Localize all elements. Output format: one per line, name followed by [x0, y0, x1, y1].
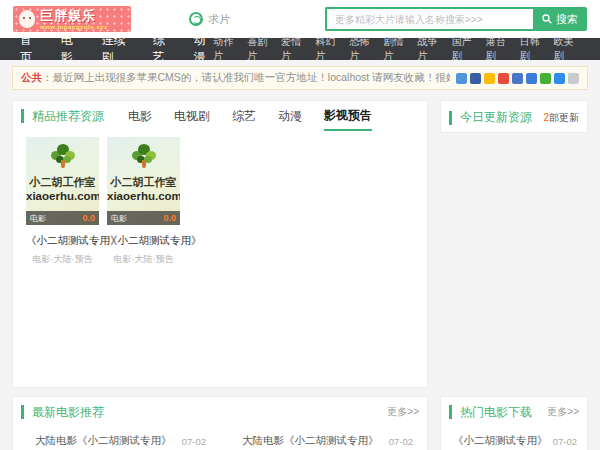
qqweibo-share-icon[interactable]: [554, 73, 565, 84]
tab-anime[interactable]: 动漫: [278, 101, 302, 131]
douban-share-icon[interactable]: [512, 73, 523, 84]
list-item: 大陆电影《小二胡测试专用》 07-02: [13, 431, 220, 450]
movie-link[interactable]: 大陆电影《小二胡测试专用》: [242, 434, 379, 448]
movie-card[interactable]: 小二胡工作室 xiaoerhu.com 电影 0.0 《小二胡测试专用》 电影·…: [26, 137, 99, 266]
update-count: 2部更新: [543, 111, 579, 125]
site-logo[interactable]: 巨胖娱乐 www.jupangyule.xyz: [13, 6, 131, 32]
logo-title: 巨胖娱乐: [40, 9, 107, 22]
poster-type-badge: 电影: [111, 213, 127, 224]
update-count-suffix: 部更新: [549, 112, 579, 123]
baidu-share-icon[interactable]: [456, 73, 467, 84]
search-icon: [542, 14, 552, 24]
latest-movies-title: 最新电影推荐: [32, 404, 104, 421]
movie-meta: 电影·大陆·预告: [26, 253, 99, 266]
nav-item-variety[interactable]: 综艺: [153, 32, 173, 66]
nav-item-jpkr-series[interactable]: 日韩剧: [520, 35, 546, 63]
search-bar: 搜索: [325, 7, 587, 31]
copy-share-icon[interactable]: [568, 73, 579, 84]
green-bar-icon: [449, 111, 452, 125]
poster-info-bar: 电影 0.0: [26, 211, 99, 225]
nav-item-war[interactable]: 战争片: [418, 35, 444, 63]
announcement-label: 公共: [21, 71, 42, 85]
announcement-text: ：最近网上出现很多苹果CMS的，请认准我们唯一官方地址！localhost 请网…: [42, 71, 450, 85]
weibo-share-icon[interactable]: [498, 73, 509, 84]
request-movie-icon: [189, 12, 203, 26]
qzone-share-icon[interactable]: [484, 73, 495, 84]
poster-studio-text: 小二胡工作室: [26, 175, 99, 190]
tab-variety[interactable]: 综艺: [232, 101, 256, 131]
share-buttons: [456, 73, 579, 84]
movie-meta: 电影·大陆·预告: [107, 253, 180, 266]
wechat-share-icon[interactable]: [540, 73, 551, 84]
nav-item-horror[interactable]: 恐怖片: [349, 35, 375, 63]
mascot-icon: [19, 10, 35, 28]
nav-item-home[interactable]: 首页: [20, 32, 40, 66]
green-bar-icon: [449, 405, 452, 419]
poster-domain-text: xiaoerhu.com: [107, 190, 180, 202]
nav-item-hktw-series[interactable]: 港台剧: [486, 35, 512, 63]
nav-item-western-series[interactable]: 欧美剧: [554, 35, 580, 63]
request-movie-label: 求片: [208, 12, 230, 27]
list-item: 大陆电影《小二胡测试专用》 07-02: [220, 431, 427, 450]
movie-date: 07-02: [389, 436, 413, 447]
nav-item-mainland-series[interactable]: 国产剧: [452, 35, 478, 63]
nav-item-movies[interactable]: 电影: [61, 32, 81, 66]
nav-item-scifi[interactable]: 科幻片: [315, 35, 341, 63]
tab-trailers[interactable]: 影视预告: [324, 101, 372, 131]
poster-score: 0.0: [163, 213, 176, 223]
recommend-panel-title: 精品推荐资源: [32, 108, 104, 125]
tab-tv[interactable]: 电视剧: [174, 101, 210, 131]
tree-graphic-icon: [50, 143, 76, 169]
hot-downloads-more-link[interactable]: 更多>>: [547, 405, 579, 419]
renren-share-icon[interactable]: [526, 73, 537, 84]
category-tabs: 电影 电视剧 综艺 动漫 影视预告: [128, 101, 372, 131]
movie-card[interactable]: 小二胡工作室 xiaoerhu.com 电影 0.0 《小二胡测试专用》 电影·…: [107, 137, 180, 266]
green-bar-icon: [21, 405, 24, 419]
nav-item-anime[interactable]: 动漫: [193, 32, 213, 66]
tab-movies[interactable]: 电影: [128, 101, 152, 131]
hot-downloads-title: 热门电影下载: [460, 404, 532, 421]
latest-movies-more-link[interactable]: 更多>>: [387, 405, 419, 419]
announcement-bar: 公共 ：最近网上出现很多苹果CMS的，请认准我们唯一官方地址！localhost…: [12, 66, 588, 90]
tree-graphic-icon: [131, 143, 157, 169]
movie-date: 07-02: [553, 436, 577, 447]
list-item: 《小二胡测试专用》 07-02: [441, 431, 587, 450]
nav-item-comedy[interactable]: 喜剧片: [247, 35, 273, 63]
nav-item-romance[interactable]: 爱情片: [281, 35, 307, 63]
nav-item-series[interactable]: 连续剧: [102, 32, 132, 66]
qq-share-icon[interactable]: [470, 73, 481, 84]
movie-poster: 小二胡工作室 xiaoerhu.com 电影 0.0: [26, 137, 99, 225]
movie-date: 07-02: [182, 436, 206, 447]
today-updates-panel: 今日更新资源 2部更新: [440, 100, 588, 133]
movie-card-grid: 小二胡工作室 xiaoerhu.com 电影 0.0 《小二胡测试专用》 电影·…: [13, 131, 427, 272]
today-updates-title: 今日更新资源: [460, 109, 532, 126]
hot-downloads-panel: 热门电影下载 更多>> 《小二胡测试专用》 07-02: [440, 396, 588, 450]
movie-title: 《小二胡测试专用》: [107, 234, 180, 248]
poster-type-badge: 电影: [30, 213, 46, 224]
nav-item-drama[interactable]: 剧情片: [384, 35, 410, 63]
nav-item-action[interactable]: 动作片: [213, 35, 239, 63]
movie-poster: 小二胡工作室 xiaoerhu.com 电影 0.0: [107, 137, 180, 225]
search-button-label: 搜索: [556, 12, 578, 27]
movie-link[interactable]: 大陆电影《小二胡测试专用》: [35, 434, 172, 448]
request-movie-link[interactable]: 求片: [189, 12, 230, 27]
poster-info-bar: 电影 0.0: [107, 211, 180, 225]
main-nav: 首页 电影 连续剧 综艺 动漫 动作片 喜剧片 爱情片 科幻片 恐怖片 剧情片 …: [0, 38, 600, 60]
latest-movies-panel: 最新电影推荐 更多>> 大陆电影《小二胡测试专用》 07-02 大陆电影《小二胡…: [12, 396, 428, 450]
green-bar-icon: [21, 109, 24, 123]
movie-link[interactable]: 《小二胡测试专用》: [453, 434, 545, 448]
poster-studio-text: 小二胡工作室: [107, 175, 180, 190]
poster-score: 0.0: [82, 213, 95, 223]
search-button[interactable]: 搜索: [533, 7, 587, 31]
movie-title: 《小二胡测试专用》: [26, 234, 99, 248]
poster-domain-text: xiaoerhu.com: [26, 190, 99, 202]
logo-subtitle: www.jupangyule.xyz: [40, 24, 107, 30]
recommend-panel: 精品推荐资源 电影 电视剧 综艺 动漫 影视预告: [12, 100, 428, 388]
search-input[interactable]: [325, 7, 533, 31]
